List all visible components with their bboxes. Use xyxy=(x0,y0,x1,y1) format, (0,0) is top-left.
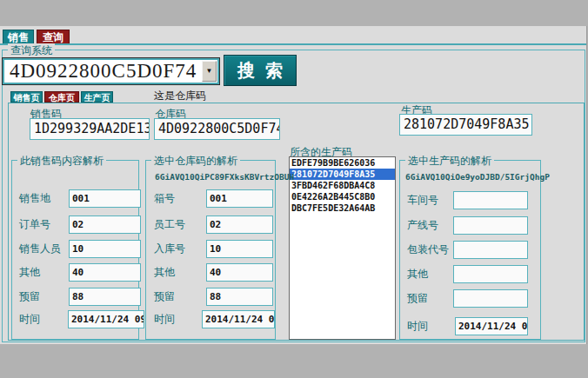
workshop-number-field[interactable] xyxy=(453,191,528,209)
top-tabstrip-underline xyxy=(0,43,586,45)
search-button[interactable]: 搜索 xyxy=(224,55,297,86)
production-code-field[interactable]: 281072D7049F8A35 xyxy=(399,114,532,136)
packaging-code-label: 包装代号 xyxy=(407,241,449,259)
salesperson-field[interactable]: 10 xyxy=(69,240,141,258)
sales-time-field[interactable]: 2014/11/24 09:06 xyxy=(68,310,144,328)
employee-number-label: 员工号 xyxy=(154,216,185,234)
tab-query[interactable]: 查询 xyxy=(37,30,70,44)
warehouse-reserved-label: 预留 xyxy=(154,288,175,306)
sales-location-field[interactable]: 001 xyxy=(69,189,141,208)
box-number-field[interactable]: 001 xyxy=(206,189,273,208)
warehouse-other-field[interactable]: 40 xyxy=(206,263,273,282)
order-number-field[interactable]: 02 xyxy=(69,216,141,234)
combobox-value: 4D0922800C5D0F74 xyxy=(4,60,202,83)
warehouse-raw-code: 6GiAVQ10QiPC89FXksKBVrtzOBUH xyxy=(155,172,294,182)
production-parse-title: 选中生产码的解析 xyxy=(405,154,494,169)
packaging-code-field[interactable] xyxy=(453,241,528,259)
production-line-label: 产线号 xyxy=(407,216,438,235)
sales-other-field[interactable]: 40 xyxy=(69,263,141,282)
sales-other-label: 其他 xyxy=(19,263,40,282)
list-item[interactable]: DBC7FE5DE32A64AB xyxy=(290,202,395,214)
production-line-field[interactable] xyxy=(453,216,528,235)
warehouse-code-field[interactable]: 4D0922800C5D0F74 xyxy=(154,118,280,140)
warehouse-time-label: 时间 xyxy=(154,310,175,328)
sales-parse-title: 此销售码内容解析 xyxy=(17,154,106,169)
workshop-number-label: 车间号 xyxy=(407,191,438,209)
inbound-number-field[interactable]: 10 xyxy=(206,240,273,258)
combobox-dropdown-button[interactable]: ▼ xyxy=(202,61,217,82)
list-item[interactable]: 0E4226A2B445C8B0 xyxy=(290,191,395,202)
code-type-hint: 这是仓库码 xyxy=(154,89,206,103)
warehouse-time-field[interactable]: 2014/11/24 09:03 xyxy=(202,310,275,328)
order-number-label: 订单号 xyxy=(19,216,50,234)
tab-sales[interactable]: 销售 xyxy=(3,30,34,44)
sales-reserved-label: 预留 xyxy=(19,288,40,306)
list-item[interactable]: EDFE79B9BE626036 xyxy=(290,157,395,169)
warehouse-other-label: 其他 xyxy=(154,263,175,282)
production-other-field[interactable] xyxy=(453,265,528,283)
code-combobox[interactable]: 4D0922800C5D0F74 ▼ xyxy=(3,58,219,84)
sales-location-label: 销售地 xyxy=(19,189,50,208)
box-number-label: 箱号 xyxy=(154,189,175,208)
tab-warehouse-page[interactable]: 仓库页 xyxy=(44,91,79,103)
sales-time-label: 时间 xyxy=(19,310,40,328)
production-other-label: 其他 xyxy=(407,265,428,283)
inbound-number-label: 入库号 xyxy=(154,240,185,258)
list-item[interactable]: 3FBD462F68DBA4C8 xyxy=(290,180,395,191)
tab-sales-page[interactable]: 销售页 xyxy=(10,91,43,103)
warehouse-reserved-field[interactable]: 88 xyxy=(206,288,273,306)
production-time-field[interactable]: 2014/11/24 09:02 xyxy=(455,317,528,335)
production-reserved-field[interactable] xyxy=(453,289,528,308)
sales-reserved-field[interactable]: 88 xyxy=(69,288,141,306)
sales-code-field[interactable]: 1D299329AA2DE13C xyxy=(30,118,150,140)
employee-number-field[interactable]: 02 xyxy=(206,216,273,234)
production-reserved-label: 预留 xyxy=(407,289,428,308)
query-system-title: 查询系统 xyxy=(8,43,55,58)
production-raw-code: 6GiAVQ10QiOe9yoDJBD/5IGrjQhgP xyxy=(405,172,550,182)
salesperson-label: 销售人员 xyxy=(19,240,61,258)
warehouse-parse-title: 选中仓库码的解析 xyxy=(151,154,240,169)
production-code-listbox[interactable]: EDFE79B9BE626036281072D7049F8A353FBD462F… xyxy=(289,156,396,340)
list-item[interactable]: 281072D7049F8A35 xyxy=(290,169,395,180)
chevron-down-icon: ▼ xyxy=(206,68,213,75)
tab-production-page[interactable]: 生产页 xyxy=(81,91,113,103)
app-window: 销售 查询 查询系统 4D0922800C5D0F74 ▼ 搜索 这是仓库码 销… xyxy=(0,26,587,344)
production-time-label: 时间 xyxy=(407,317,428,335)
